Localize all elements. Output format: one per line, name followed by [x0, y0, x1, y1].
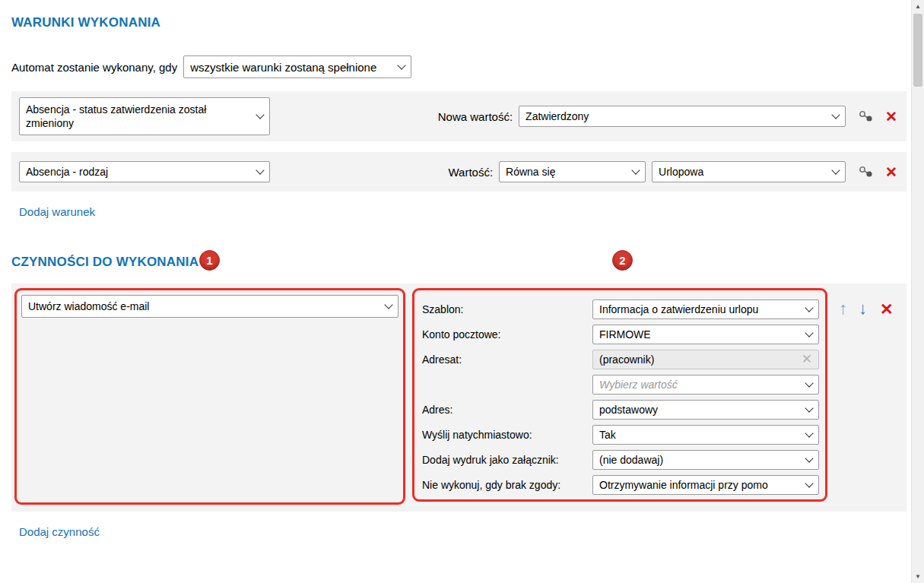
- field-row: Adres: podstawowy: [422, 397, 819, 422]
- condition-operator-text: Równa się: [506, 166, 627, 178]
- move-up-button[interactable]: ↑: [839, 300, 847, 317]
- consent-select[interactable]: Otrzymywanie informacji przy pomo: [592, 475, 819, 495]
- condition-value-text: Zatwierdzony: [526, 110, 827, 122]
- field-label: Dodaj wydruk jako załącznik:: [422, 454, 559, 466]
- condition-value-text: Urlopowa: [659, 166, 827, 178]
- action-controls: ↑ ↓ ✕: [839, 300, 894, 317]
- send-immediately-select[interactable]: Tak: [592, 425, 819, 445]
- field-label: Nie wykonuj, gdy brak zgody:: [422, 479, 560, 491]
- chevron-down-icon: [631, 166, 640, 174]
- condition-value-group: Nowa wartość: Zatwierdzony ✕: [438, 106, 897, 127]
- field-row: Adresat: (pracownik) ✕: [422, 347, 819, 372]
- scroll-up-arrow-icon[interactable]: ▲: [912, 0, 924, 13]
- recipient-picker-select[interactable]: Wybierz wartość: [592, 375, 819, 394]
- condition-row: Absencja - rodzaj Wartość: Równa się Url…: [11, 152, 907, 192]
- condition-field-select[interactable]: Absencja - status zatwierdzenia został z…: [19, 97, 270, 135]
- field-row: Konto pocztowe: FIRMOWE: [422, 322, 819, 347]
- chevron-down-icon: [805, 303, 813, 312]
- send-immediately-value: Tak: [599, 429, 800, 441]
- conditions-intro-row: Automat zostanie wykonany, gdy wszystkie…: [11, 55, 907, 78]
- chevron-down-icon: [805, 379, 813, 387]
- condition-field-value: Absencja - rodzaj: [26, 166, 251, 178]
- mail-account-value: FIRMOWE: [599, 328, 800, 341]
- annotation-box-2: Szablon: Informacja o zatwierdzeniu urlo…: [412, 288, 827, 502]
- recipient-value: (pracownik): [599, 353, 802, 366]
- field-row: Wybierz wartość: [422, 372, 819, 397]
- remove-condition-button[interactable]: ✕: [885, 165, 897, 179]
- clear-value-icon[interactable]: ✕: [802, 353, 812, 366]
- condition-value-group: Wartość: Równa się Urlopowa ✕: [448, 161, 897, 182]
- condition-row: Absencja - status zatwierdzenia został z…: [11, 91, 907, 141]
- field-label: Konto pocztowe:: [422, 328, 501, 341]
- chevron-down-icon: [256, 166, 264, 174]
- conditions-mode-select[interactable]: wszystkie warunki zostaną spełnione: [183, 55, 411, 78]
- remove-action-button[interactable]: ✕: [880, 301, 894, 317]
- address-value: podstawowy: [599, 404, 800, 416]
- attach-print-value: (nie dodawaj): [599, 454, 800, 466]
- field-label: Adres:: [422, 404, 452, 416]
- chevron-down-icon: [805, 429, 813, 437]
- condition-value-select[interactable]: Zatwierdzony: [519, 106, 846, 127]
- scrollbar-thumb[interactable]: [913, 14, 922, 87]
- condition-value-label: Nowa wartość:: [438, 110, 513, 123]
- condition-operator-select[interactable]: Równa się: [499, 161, 646, 182]
- field-row: Wyślij natychmiastowo: Tak: [422, 422, 819, 447]
- field-row: Dodaj wydruk jako załącznik: (nie dodawa…: [422, 447, 819, 472]
- actions-header: CZYNNOŚCI DO WYKONANIA 1 2: [11, 255, 907, 273]
- consent-value: Otrzymywanie informacji przy pomo: [599, 479, 800, 491]
- chevron-down-icon: [805, 328, 813, 337]
- chevron-down-icon: [398, 61, 406, 69]
- add-condition-link[interactable]: Dodaj warunek: [19, 205, 95, 218]
- condition-value-select[interactable]: Urlopowa: [652, 161, 846, 182]
- actions-section-title: CZYNNOŚCI DO WYKONANIA: [11, 255, 198, 269]
- annotation-box-1: Utwórz wiadomość e-mail: [14, 288, 405, 505]
- template-value: Informacja o zatwierdzeniu urlopu: [599, 303, 800, 315]
- conditions-section-title: WARUNKI WYKONANIA: [11, 15, 907, 30]
- condition-field-value: Absencja - status zatwierdzenia został z…: [26, 103, 251, 130]
- add-action-link[interactable]: Dodaj czynność: [19, 525, 100, 538]
- attach-print-select[interactable]: (nie dodawaj): [592, 450, 819, 470]
- chevron-down-icon: [805, 454, 813, 462]
- chevron-down-icon: [384, 300, 392, 309]
- action-type-value: Utwórz wiadomość e-mail: [28, 300, 379, 312]
- link-record-icon[interactable]: [858, 110, 875, 122]
- recipient-field[interactable]: (pracownik) ✕: [592, 350, 819, 369]
- chevron-down-icon: [805, 479, 813, 487]
- remove-condition-button[interactable]: ✕: [885, 109, 897, 124]
- link-record-icon[interactable]: [858, 166, 875, 178]
- chevron-down-icon: [831, 110, 840, 119]
- field-label: Szablon:: [422, 303, 463, 315]
- address-select[interactable]: podstawowy: [592, 400, 819, 420]
- recipient-picker-placeholder: Wybierz wartość: [599, 379, 800, 391]
- vertical-scrollbar[interactable]: ▲ ▼: [911, 0, 924, 583]
- conditions-mode-value: wszystkie warunki zostaną spełnione: [190, 61, 392, 74]
- annotation-badge-2: 2: [612, 250, 633, 271]
- field-label: Wyślij natychmiastowo:: [422, 429, 532, 441]
- chevron-down-icon: [831, 166, 840, 174]
- field-row: Nie wykonuj, gdy brak zgody: Otrzymywani…: [422, 472, 819, 497]
- field-row: Szablon: Informacja o zatwierdzeniu urlo…: [422, 296, 819, 322]
- annotation-badge-1: 1: [199, 250, 220, 271]
- chevron-down-icon: [805, 404, 813, 412]
- condition-value-label: Wartość:: [448, 166, 493, 179]
- scroll-down-arrow-icon[interactable]: ▼: [912, 570, 924, 583]
- field-label: Adresat:: [422, 353, 462, 366]
- conditions-intro-label: Automat zostanie wykonany, gdy: [11, 61, 177, 74]
- action-type-select[interactable]: Utwórz wiadomość e-mail: [21, 295, 398, 318]
- condition-field-select[interactable]: Absencja - rodzaj: [19, 161, 270, 182]
- move-down-button[interactable]: ↓: [859, 300, 867, 317]
- chevron-down-icon: [256, 110, 264, 119]
- template-select[interactable]: Informacja o zatwierdzeniu urlopu: [592, 299, 819, 319]
- mail-account-select[interactable]: FIRMOWE: [592, 325, 819, 344]
- automation-editor: WARUNKI WYKONANIA Automat zostanie wykon…: [11, 0, 907, 538]
- action-row: Utwórz wiadomość e-mail Szablon: Informa…: [11, 284, 907, 512]
